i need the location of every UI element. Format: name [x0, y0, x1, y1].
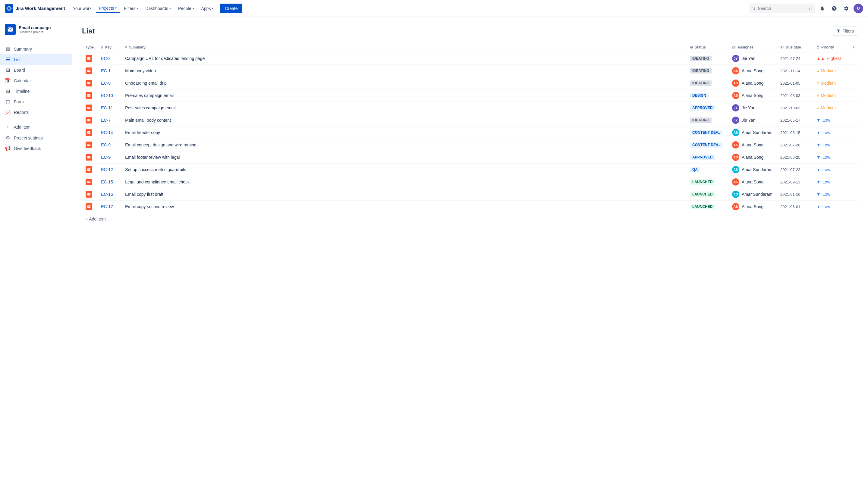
status-badge[interactable]: IDEATING: [690, 68, 712, 74]
issue-key[interactable]: EC-8: [101, 81, 111, 86]
cell-key[interactable]: EC-17: [97, 201, 122, 213]
sidebar-item-add-item[interactable]: ＋ Add item: [0, 121, 72, 133]
issue-key[interactable]: EC-14: [101, 130, 113, 135]
table-row[interactable]: EC-9 Email concept design and wireframin…: [82, 139, 858, 151]
nav-apps[interactable]: Apps ▾: [198, 4, 217, 13]
sidebar-item-project-settings[interactable]: ⚙ Project settings: [0, 133, 72, 143]
table-row[interactable]: EC-10 Pre-sales campaign email DESIGN AS…: [82, 90, 858, 102]
status-badge[interactable]: IDEATING: [690, 117, 712, 123]
status-badge[interactable]: IDEATING: [690, 80, 712, 86]
table-row[interactable]: EC-14 Email header copy CONTENT DEV.. AS…: [82, 127, 858, 139]
assignee-avatar: JY: [732, 55, 739, 62]
table-row[interactable]: EC-1 Main body video IDEATING AS Alana S…: [82, 65, 858, 77]
cell-summary: Legal and compliance email check: [122, 176, 686, 188]
sidebar-item-give-feedback[interactable]: 📢 Give feedback: [0, 143, 72, 154]
cell-key[interactable]: EC-2: [97, 52, 122, 65]
status-badge[interactable]: LAUNCHED: [690, 179, 715, 185]
cell-priority: ≡ Medium: [813, 90, 849, 102]
cell-status[interactable]: APPROVED: [686, 102, 728, 114]
add-item-row[interactable]: + Add item: [82, 213, 858, 225]
table-row[interactable]: EC-12 Set up success metric guardrails Q…: [82, 164, 858, 176]
cell-status[interactable]: APPROVED: [686, 151, 728, 164]
cell-key[interactable]: EC-9: [97, 139, 122, 151]
cell-status[interactable]: IDEATING: [686, 52, 728, 65]
nav-right: / U: [749, 4, 863, 13]
cell-key[interactable]: EC-16: [97, 188, 122, 201]
issue-key[interactable]: EC-9: [101, 142, 111, 147]
issue-key[interactable]: EC-17: [101, 204, 113, 209]
settings-button[interactable]: [842, 4, 851, 13]
cell-key[interactable]: EC-7: [97, 114, 122, 127]
cell-key[interactable]: EC-10: [97, 90, 122, 102]
sidebar-item-calendar[interactable]: 📅 Calendar: [0, 75, 72, 86]
status-badge[interactable]: CONTENT DEV..: [690, 130, 722, 135]
notifications-button[interactable]: [817, 4, 827, 13]
cell-status[interactable]: IDEATING: [686, 77, 728, 90]
nav-your-work[interactable]: Your work: [70, 4, 95, 13]
create-button[interactable]: Create: [220, 4, 242, 13]
cell-status[interactable]: IDEATING: [686, 65, 728, 77]
sidebar-item-timeline[interactable]: ⊟ Timeline: [0, 86, 72, 96]
cell-status[interactable]: LAUNCHED: [686, 188, 728, 201]
cell-key[interactable]: EC-11: [97, 102, 122, 114]
cell-summary: Pre-sales campaign email: [122, 90, 686, 102]
issue-key[interactable]: EC-2: [101, 56, 111, 61]
app-logo[interactable]: Jira Work Management: [5, 4, 65, 13]
cell-status[interactable]: CONTENT DEV..: [686, 127, 728, 139]
status-badge[interactable]: APPROVED: [690, 105, 715, 111]
cell-key[interactable]: EC-9: [97, 151, 122, 164]
nav-dashboards[interactable]: Dashboards ▾: [142, 4, 174, 13]
status-badge[interactable]: CONTENT DEV..: [690, 142, 722, 148]
col-add[interactable]: +: [849, 43, 858, 52]
status-badge[interactable]: IDEATING: [690, 56, 712, 61]
sidebar-item-list[interactable]: ☰ List: [0, 54, 72, 65]
table-row[interactable]: EC-8 Onboarding email drip IDEATING AS A…: [82, 77, 858, 90]
cell-key[interactable]: EC-14: [97, 127, 122, 139]
cell-priority: ▼ Low: [813, 176, 849, 188]
table-row[interactable]: EC-2 Campaign URL for dedicated landing …: [82, 52, 858, 65]
cell-key[interactable]: EC-8: [97, 77, 122, 90]
cell-status[interactable]: DESIGN: [686, 90, 728, 102]
cell-key[interactable]: EC-15: [97, 176, 122, 188]
table-row[interactable]: EC-7 Main email body content IDEATING JY…: [82, 114, 858, 127]
sidebar-item-summary[interactable]: ▤ Summary: [0, 44, 72, 54]
user-avatar[interactable]: U: [853, 4, 863, 13]
assignee-avatar: AS: [732, 166, 739, 173]
issue-key[interactable]: EC-9: [101, 155, 111, 160]
table-row[interactable]: EC-16 Email copy first draft LAUNCHED AS…: [82, 188, 858, 201]
issue-key[interactable]: EC-7: [101, 118, 111, 122]
status-badge[interactable]: QA: [690, 167, 700, 172]
table-row[interactable]: EC-17 Email copy second review LAUNCHED …: [82, 201, 858, 213]
issue-key[interactable]: EC-15: [101, 179, 113, 184]
status-badge[interactable]: LAUNCHED: [690, 192, 715, 197]
filter-button[interactable]: Filters: [832, 26, 858, 36]
cell-status[interactable]: QA: [686, 164, 728, 176]
status-badge[interactable]: APPROVED: [690, 154, 715, 160]
status-badge[interactable]: DESIGN: [690, 93, 708, 98]
cell-status[interactable]: IDEATING: [686, 114, 728, 127]
sidebar-item-reports[interactable]: 📈 Reports: [0, 107, 72, 117]
sidebar-item-form[interactable]: ◫ Form: [0, 96, 72, 107]
help-button[interactable]: [829, 4, 839, 13]
nav-filters[interactable]: Filters ▾: [121, 4, 141, 13]
cell-actions: [849, 65, 858, 77]
search-input[interactable]: [758, 6, 805, 11]
cell-status[interactable]: LAUNCHED: [686, 201, 728, 213]
cell-key[interactable]: EC-1: [97, 65, 122, 77]
search-box[interactable]: /: [749, 4, 815, 13]
nav-projects[interactable]: Projects ▾: [96, 4, 120, 13]
issue-key[interactable]: EC-1: [101, 69, 111, 73]
table-row[interactable]: EC-11 Post-sales campaign email APPROVED…: [82, 102, 858, 114]
sidebar-item-board[interactable]: ⊞ Board: [0, 65, 72, 75]
issue-key[interactable]: EC-16: [101, 192, 113, 197]
cell-key[interactable]: EC-12: [97, 164, 122, 176]
table-row[interactable]: EC-15 Legal and compliance email check L…: [82, 176, 858, 188]
status-badge[interactable]: LAUNCHED: [690, 204, 715, 209]
issue-key[interactable]: EC-11: [101, 106, 113, 110]
cell-status[interactable]: CONTENT DEV..: [686, 139, 728, 151]
issue-key[interactable]: EC-12: [101, 167, 113, 172]
table-row[interactable]: EC-9 Email footer review with legal APPR…: [82, 151, 858, 164]
nav-people[interactable]: People ▾: [175, 4, 197, 13]
cell-status[interactable]: LAUNCHED: [686, 176, 728, 188]
issue-key[interactable]: EC-10: [101, 93, 113, 98]
